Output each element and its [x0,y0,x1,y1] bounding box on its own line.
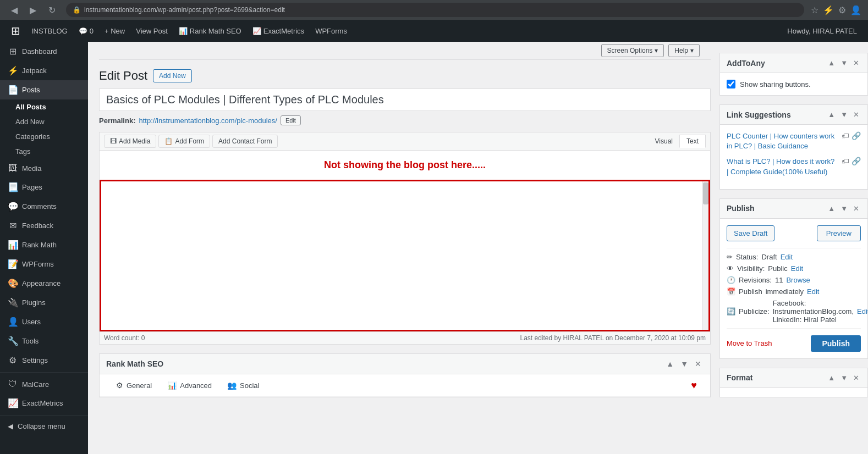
link-suggestions-controls: ▲ ▼ ✕ [826,109,861,120]
sidebar-item-dashboard[interactable]: ⊞ Dashboard [0,42,88,61]
settings-icon[interactable]: ⚙ [838,5,846,15]
publish-time-edit-link[interactable]: Edit [807,287,819,296]
wp-logo[interactable]: ⊞ [6,24,26,37]
format-collapse-down[interactable]: ▼ [839,373,849,383]
add-new-button[interactable]: Add New [153,69,192,82]
profile-icon[interactable]: 👤 [850,5,861,15]
sidebar-label-rank-math: Rank Math [22,241,57,249]
rank-math-advanced-tab[interactable]: 📊 Advanced [160,378,219,393]
publish-status-row: ✏ Status: Draft Edit [727,253,861,261]
addtoany-collapse-down[interactable]: ▼ [839,58,849,68]
tag-icon-1[interactable]: 🏷 [842,131,849,140]
add-contact-form-button[interactable]: Add Contact Form [212,135,278,148]
sidebar-item-malcare[interactable]: 🛡 MalCare [0,375,88,394]
move-to-trash-link[interactable]: Move to Trash [727,339,772,347]
link-suggestion-1-text[interactable]: PLC Counter | How counters work in PLC? … [727,131,837,151]
back-button[interactable]: ◀ [7,2,22,18]
sidebar-item-comments[interactable]: 💬 Comments [0,197,88,216]
bookmark-icon[interactable]: ☆ [811,5,818,15]
comments-bar-item[interactable]: 💬 0 [73,20,99,42]
refresh-button[interactable]: ↻ [44,2,59,18]
format-collapse-up[interactable]: ▲ [826,373,837,383]
editor-content-inner[interactable] [101,181,708,330]
exact-metrics-bar-item[interactable]: 📈 ExactMetrics [247,20,310,42]
publicize-edit-link[interactable]: Edit [857,307,868,315]
rank-math-heart: ♥ [691,380,697,391]
address-bar[interactable]: 🔒 instrumentationblog.com/wp-admin/post.… [66,3,804,17]
publish-collapse-up[interactable]: ▲ [826,203,837,214]
sidebar-label-exactmetrics: ExactMetrics [22,399,63,407]
view-post-bar-item[interactable]: View Post [130,20,173,42]
link-suggestions-collapse-down[interactable]: ▼ [839,109,849,120]
add-media-button[interactable]: 🎞 Add Media [104,135,156,148]
wpforms-bar-item[interactable]: WPForms [310,20,353,42]
rank-math-social-tab[interactable]: 👥 Social [219,378,267,393]
site-name-bar-item[interactable]: INSTBLOG [26,20,73,42]
sidebar-item-exactmetrics[interactable]: 📈 ExactMetrics [0,394,88,413]
rank-math-seo-bar-item[interactable]: 📊 Rank Math SEO [173,20,247,42]
tag-icon-2[interactable]: 🏷 [842,157,849,165]
sidebar-item-jetpack[interactable]: ⚡ Jetpack [0,61,88,80]
addtoany-collapse-up[interactable]: ▲ [826,58,837,68]
link-suggestions-close[interactable]: ✕ [851,109,861,120]
sidebar-item-rank-math[interactable]: 📊 Rank Math [0,235,88,254]
help-button[interactable]: Help ▾ [668,44,700,57]
show-sharing-checkbox[interactable] [727,80,735,88]
rank-math-collapse-up[interactable]: ▲ [664,358,676,369]
editor-content-area[interactable] [100,180,710,331]
format-close[interactable]: ✕ [851,373,861,383]
extensions-icon[interactable]: ⚡ [823,5,834,15]
site-name: INSTBLOG [31,27,68,35]
sidebar-item-tools[interactable]: 🔧 Tools [0,331,88,351]
view-post-label: View Post [136,27,168,35]
sidebar-item-add-new[interactable]: Add New [0,114,88,129]
add-form-button[interactable]: 📋 Add Form [158,135,210,148]
sidebar-item-posts[interactable]: 📄 Posts [0,80,88,99]
publish-collapse-down[interactable]: ▼ [839,203,849,214]
revisions-label: Revisions: [739,276,772,284]
sidebar-item-plugins[interactable]: 🔌 Plugins [0,293,88,312]
visual-tab[interactable]: Visual [649,135,679,148]
link-suggestion-2-text[interactable]: What is PLC? | How does it work? | Compl… [727,157,837,176]
screen-options-label: Screen Options [607,47,653,54]
text-tab[interactable]: Text [679,135,706,148]
show-sharing-label: Show sharing buttons. [740,80,811,88]
sidebar-item-categories[interactable]: Categories [0,129,88,144]
save-draft-button[interactable]: Save Draft [727,225,774,241]
visibility-edit-link[interactable]: Edit [791,264,803,273]
screen-options-button[interactable]: Screen Options ▾ [601,44,664,57]
permalink-edit-button[interactable]: Edit [281,115,301,125]
publish-time-icon: 📅 [727,287,735,296]
sidebar-label-feedback: Feedback [22,222,53,230]
link-icon-1[interactable]: 🔗 [851,131,861,140]
status-edit-link[interactable]: Edit [781,253,793,261]
addtoany-close[interactable]: ✕ [851,58,861,68]
rank-math-general-tab[interactable]: ⚙ General [108,378,160,393]
sidebar-label-jetpack: Jetpack [22,67,47,75]
publish-button[interactable]: Publish [811,335,861,352]
sidebar-item-media[interactable]: 🖼 Media [0,159,88,178]
new-bar-item[interactable]: + New [99,20,130,42]
rank-math-collapse-down[interactable]: ▼ [678,358,690,369]
forward-button[interactable]: ▶ [25,2,41,18]
sidebar-item-appearance[interactable]: 🎨 Appearance [0,274,88,293]
preview-button[interactable]: Preview [817,225,861,241]
revisions-browse-link[interactable]: Browse [786,276,810,284]
publish-close[interactable]: ✕ [851,203,861,214]
sidebar-item-users[interactable]: 👤 Users [0,312,88,331]
sidebar-item-settings[interactable]: ⚙ Settings [0,351,88,370]
sidebar-label-pages: Pages [22,183,42,191]
sidebar-item-wpforms[interactable]: 📝 WPForms [0,254,88,274]
sidebar-item-all-posts[interactable]: All Posts [0,99,88,114]
sidebar-item-feedback[interactable]: ✉ Feedback [0,216,88,235]
publish-time-row: 📅 Publish immediately Edit [727,287,861,296]
sidebar-item-pages[interactable]: 📃 Pages [0,178,88,197]
sidebar-item-tags[interactable]: Tags [0,144,88,159]
permalink-link[interactable]: http://instrumentationblog.com/plc-modul… [139,117,277,125]
link-suggestions-collapse-up[interactable]: ▲ [826,109,837,120]
rank-math-close[interactable]: ✕ [693,358,704,369]
editor-scrollbar[interactable] [702,181,708,330]
link-icon-2[interactable]: 🔗 [851,157,861,165]
post-title-input[interactable] [99,88,711,111]
sidebar-collapse-btn[interactable]: ◀ Collapse menu [0,418,88,435]
